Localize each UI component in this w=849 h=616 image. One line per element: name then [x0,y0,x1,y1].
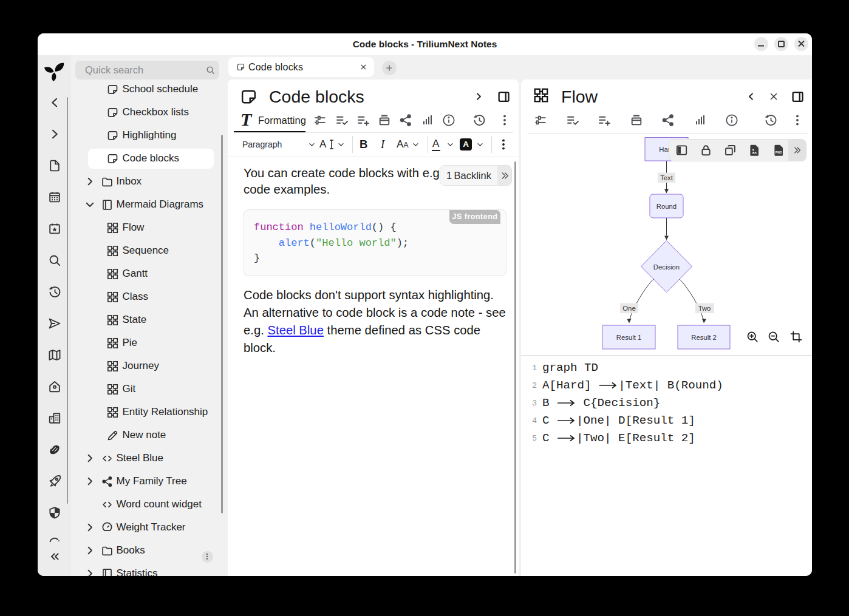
svg-text:Two: Two [698,305,711,312]
svg-text:Result 2: Result 2 [691,334,716,341]
svg-text:Decision: Decision [653,263,680,271]
svg-text:Result 1: Result 1 [616,334,641,341]
svg-text:Round: Round [656,203,677,210]
svg-text:Text: Text [660,174,673,181]
svg-text:One: One [622,305,635,312]
